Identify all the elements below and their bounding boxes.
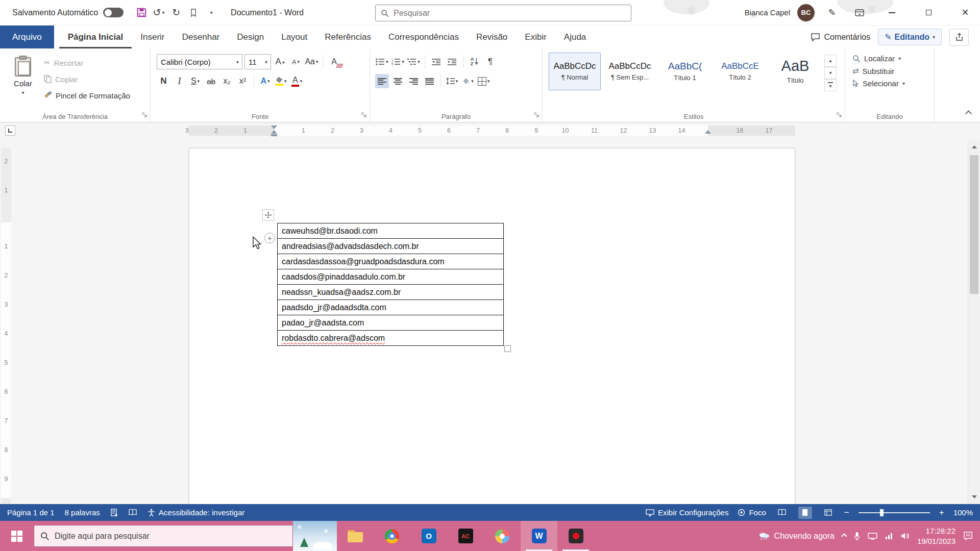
table-row[interactable]: caweuhsd@br.dsaodi.com [277,223,504,239]
scroll-up-button[interactable] [968,141,980,153]
bullets-button[interactable]: ▾ [375,55,389,69]
table-row[interactable]: paadsdo_jr@adaadsdta.com [277,300,504,315]
numbering-button[interactable]: 123 ▾ [391,55,405,69]
autosave-toggle[interactable] [103,8,124,17]
justify-button[interactable] [423,74,436,88]
scroll-down-button[interactable] [968,491,980,503]
accessibility-status[interactable]: Acessibilidade: investigar [148,508,244,517]
zoom-out-button[interactable]: − [844,508,849,518]
paste-button[interactable]: Colar ▾ [5,53,41,109]
web-layout-button[interactable] [821,507,835,519]
styles-gallery-button[interactable]: ▾ [824,79,837,91]
align-left-button[interactable] [375,74,389,88]
zoom-slider[interactable] [859,512,930,513]
change-case-button[interactable]: Aa▾ [305,55,318,69]
minimize-button[interactable] [877,0,906,26]
first-line-indent-marker[interactable] [271,126,277,129]
ribbon-display-options-button[interactable] [849,3,870,23]
ribbon-tab[interactable]: Página Inicial [59,26,132,48]
decrease-indent-button[interactable] [429,55,443,69]
insert-row-control[interactable]: + [264,233,275,243]
print-layout-button[interactable] [798,507,812,519]
font-color-button[interactable]: A ▾ [290,74,304,88]
paragraph-dialog-launcher[interactable] [534,111,540,120]
sort-button[interactable]: AZ [468,55,481,69]
display-settings-button[interactable]: Exibir Configurações [646,508,728,517]
zoom-slider-thumb[interactable] [880,509,884,516]
taskbar-ac-app[interactable]: AC [447,521,484,551]
grow-font-button[interactable]: A▴ [273,55,287,69]
scrollbar-thumb[interactable] [970,155,978,294]
read-aloud-button[interactable] [129,509,137,516]
ribbon-tab[interactable]: Desenhar [174,26,229,48]
clipboard-dialog-launcher[interactable] [142,111,148,120]
style-card[interactable]: AaBbCcDc ¶ Sem Esp... [604,53,656,90]
text-highlight-button[interactable]: ▾ [274,74,288,88]
document-page[interactable]: caweuhsd@br.dsaodi.com andreadsias@advad… [189,148,795,504]
network-icon[interactable] [885,533,893,539]
zoom-level[interactable]: 100% [953,508,973,517]
title-search-input[interactable] [394,9,626,18]
font-dialog-launcher[interactable] [361,111,367,120]
styles-scroll-down-button[interactable]: ▾ [824,67,837,79]
undo-button[interactable]: ↺▾ [151,4,166,21]
font-size-combo[interactable]: 11 ▾ [244,54,271,69]
ribbon-tab[interactable]: Arquivo [0,26,54,48]
copy-button[interactable]: Copiar [41,72,133,86]
table-row[interactable]: padao_jr@aadsta.com [277,315,504,331]
format-painter-button[interactable]: Pincel de Formatação [41,88,133,103]
table-row[interactable]: andreadsias@advadsdasdech.com.br [277,239,504,254]
replace-button[interactable]: ⇄ Substituir [852,66,929,76]
right-indent-marker[interactable] [705,130,711,134]
focus-button[interactable]: Foco [738,508,766,517]
ribbon-tab[interactable]: Design [228,26,273,48]
taskbar-outlook[interactable]: O [410,521,447,551]
avatar[interactable]: BC [797,4,815,21]
taskbar-chrome[interactable] [374,521,410,551]
page-indicator[interactable]: Página 1 de 1 [7,508,55,517]
taskbar-weather[interactable]: Chovendo agora [758,532,835,541]
notification-center-icon[interactable] [963,532,973,540]
table-row[interactable]: neadssn_kuadsa@aadsz.com.br [277,285,504,300]
ink-pen-button[interactable]: ✎ [822,3,842,23]
start-button[interactable] [0,521,34,551]
maximize-button[interactable] [914,0,943,26]
taskbar-clock[interactable]: 17:28:22 19/01/2023 [917,526,955,546]
ribbon-tab[interactable]: Inserir [132,26,173,48]
taskbar-paint[interactable] [484,521,521,551]
styles-scroll-up-button[interactable]: ▴ [824,55,837,67]
text-effects-button[interactable]: A▾ [258,74,272,88]
comments-button[interactable]: Comentários [811,33,870,42]
proofing-errors-button[interactable] [110,509,118,517]
ribbon-tab[interactable]: Referências [316,26,380,48]
select-button[interactable]: Selecionar ▾ [852,79,929,88]
collapse-ribbon-button[interactable] [965,110,972,117]
tab-stop-selector[interactable] [5,126,15,136]
ribbon-tab[interactable]: Correspondências [380,26,468,48]
save-icon[interactable] [134,4,149,21]
style-card[interactable]: AaBbCcDc ¶ Normal [549,53,601,90]
shrink-font-button[interactable]: A▾ [289,55,303,69]
bold-button[interactable]: N [157,74,170,88]
table-row[interactable]: robdasdto.cabrera@adscom [277,331,504,346]
vertical-scrollbar[interactable] [968,140,980,504]
taskbar-screen-recorder[interactable] [557,521,594,551]
superscript-button[interactable]: x² [236,74,250,88]
speaker-icon[interactable] [901,532,910,540]
ribbon-tab[interactable]: Ajuda [555,26,595,48]
show-hidden-icons-button[interactable] [841,533,847,539]
multilevel-list-button[interactable]: ▾ [407,55,421,69]
shading-button[interactable]: ▾ [461,74,475,88]
underline-button[interactable]: S▾ [188,74,202,88]
styles-dialog-launcher[interactable] [837,111,842,120]
table-row[interactable]: cardasdasdassoa@gruadpoadsdasdura.com [277,254,504,269]
display-tray-icon[interactable] [868,533,877,540]
font-family-combo[interactable]: Calibri (Corpo) ▾ [157,54,242,69]
table-move-handle[interactable] [262,209,274,221]
strikethrough-button[interactable]: ab [204,74,218,88]
ribbon-tab[interactable]: Layout [273,26,316,48]
editing-mode-button[interactable]: ✎ Editando ▾ [878,29,942,45]
style-card[interactable]: AaBbC( Título 1 [659,53,711,90]
subscript-button[interactable]: x₂ [220,74,234,88]
table-resize-handle[interactable] [504,345,511,352]
